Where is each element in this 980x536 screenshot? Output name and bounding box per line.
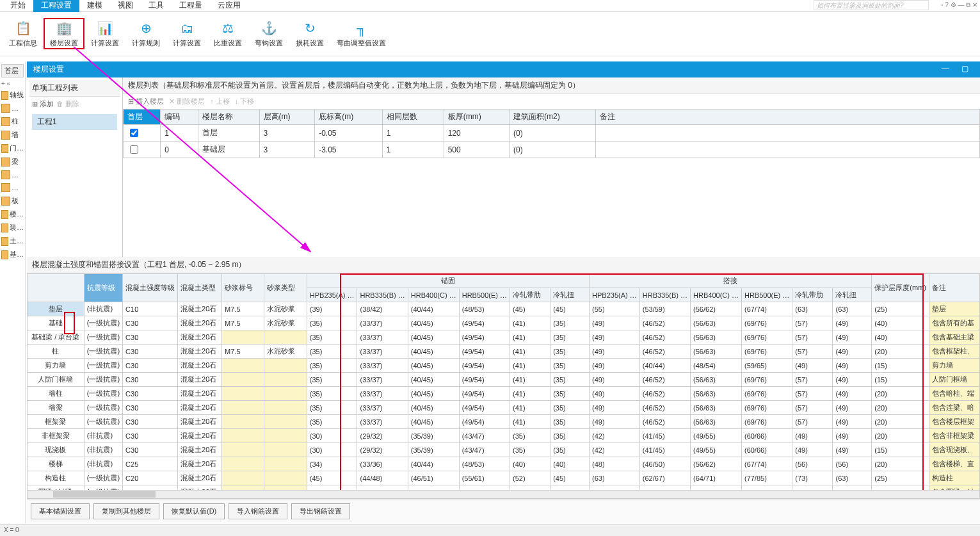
ribbon-计算规则[interactable]: ⊕计算规则 [125,18,166,49]
menu-item-2[interactable]: 建模 [79,0,110,12]
ribbon-弯钩设置[interactable]: ⚓弯钩设置 [248,18,289,49]
ribbon-icon: ⚓ [260,19,278,37]
ribbon: 📋工程信息🏢楼层设置📊计算设置⊕计算规则🗂计算设置⚖比重设置⚓弯钩设置↻损耗设置… [0,12,980,56]
ribbon-icon: ↻ [301,19,319,37]
ribbon-icon: 📋 [14,19,32,37]
window-icons: ▫ ? ⚙ — ⧉ ✕ [941,1,977,9]
ribbon-icon: ⊕ [137,19,155,37]
menu-item-6[interactable]: 云应用 [210,0,248,12]
ribbon-icon: 🏢 [55,19,73,37]
ribbon-损耗设置[interactable]: ↻损耗设置 [289,18,330,49]
ribbon-工程信息[interactable]: 📋工程信息 [3,18,44,49]
menu-item-1[interactable]: 工程设置 [33,0,79,12]
search-input[interactable]: 如何布置过梁及洞板处的剖面? [814,0,929,10]
ribbon-弯曲调整值设置[interactable]: ╖弯曲调整值设置 [330,18,392,49]
ribbon-icon: 📊 [96,19,114,37]
ribbon-icon: ⚖ [219,19,237,37]
menu-item-3[interactable]: 视图 [110,0,141,12]
menu-item-4[interactable]: 工具 [141,0,172,12]
ribbon-计算设置[interactable]: 🗂计算设置 [166,18,207,49]
menu-item-0[interactable]: 开始 [3,0,33,12]
ribbon-计算设置[interactable]: 📊计算设置 [84,18,125,49]
ribbon-icon: 🗂 [178,19,196,37]
main-menu: 开始工程设置建模视图工具工程量云应用 如何布置过梁及洞板处的剖面? ▫ ? ⚙ … [0,0,980,12]
ribbon-比重设置[interactable]: ⚖比重设置 [207,18,248,49]
menu-item-5[interactable]: 工程量 [172,0,210,12]
ribbon-icon: ╖ [353,19,371,37]
ribbon-楼层设置[interactable]: 🏢楼层设置 [44,18,84,49]
